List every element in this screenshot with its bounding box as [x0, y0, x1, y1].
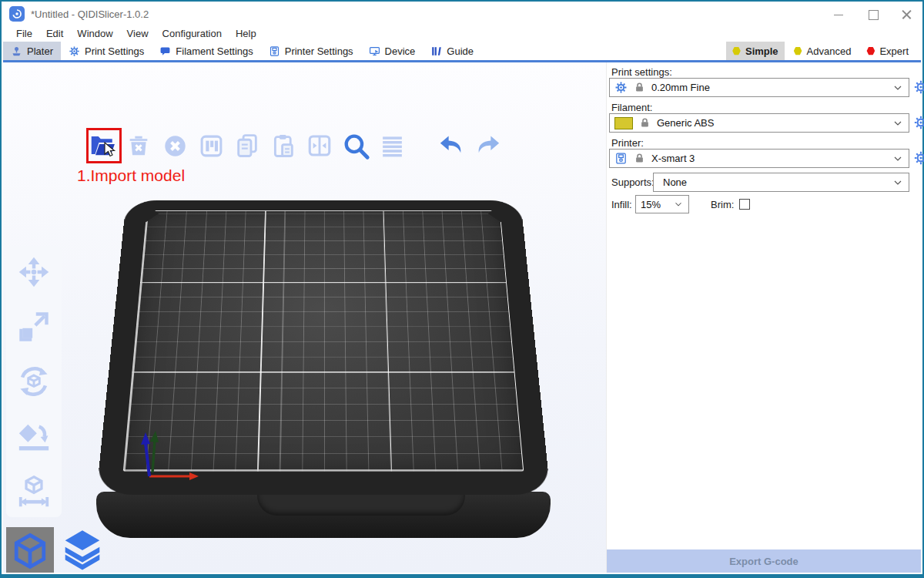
- chevron-down-icon: [892, 176, 904, 189]
- tab-printer-settings-label: Printer Settings: [285, 45, 353, 57]
- advanced-mode-dot-icon: [794, 47, 802, 55]
- place-on-face-tool-button[interactable]: [15, 418, 52, 455]
- print-settings-gear-button[interactable]: [913, 79, 924, 95]
- title-bar: *Untitled - QIDISlicer-1.0.2: [3, 3, 921, 25]
- print-bed-platform: [96, 200, 551, 495]
- gear-icon: [913, 150, 924, 166]
- simple-mode-dot-icon: [732, 47, 741, 55]
- tab-plater-label: Plater: [27, 45, 53, 57]
- delete-all-icon: [162, 133, 188, 159]
- chevron-down-icon: [892, 117, 904, 129]
- scale-icon: [17, 310, 51, 344]
- mode-expert-label: Expert: [879, 45, 909, 57]
- redo-button[interactable]: [473, 130, 502, 161]
- maximize-button[interactable]: [862, 8, 885, 22]
- mode-simple-label: Simple: [745, 45, 778, 57]
- tab-print-settings-label: Print Settings: [85, 45, 144, 57]
- app-window: *Untitled - QIDISlicer-1.0.2 File Edit W…: [0, 0, 924, 578]
- undo-icon: [437, 132, 466, 160]
- editor-3d-view-button[interactable]: [6, 527, 54, 573]
- brim-checkbox[interactable]: [739, 199, 750, 210]
- app-logo-icon: [9, 6, 25, 22]
- print-bed-scene: [94, 194, 553, 556]
- layers-list-icon: [380, 133, 405, 159]
- menu-view[interactable]: View: [120, 26, 156, 41]
- print-bed-grid-surface: [123, 210, 524, 471]
- printer-icon: [614, 152, 628, 165]
- menu-file[interactable]: File: [9, 26, 39, 41]
- filament-value: Generic ABS: [657, 117, 886, 129]
- layers-list-button[interactable]: [377, 130, 407, 161]
- menu-configuration[interactable]: Configuration: [156, 26, 229, 41]
- window-title: *Untitled - QIDISlicer-1.0.2: [31, 8, 149, 20]
- tab-print-settings[interactable]: Print Settings: [61, 42, 152, 60]
- search-button[interactable]: [341, 130, 370, 161]
- copy-button[interactable]: [233, 130, 262, 161]
- lock-icon: [634, 153, 645, 164]
- minimize-button[interactable]: [827, 8, 850, 22]
- tab-plater[interactable]: Plater: [3, 42, 61, 60]
- printer-gear-button[interactable]: [913, 150, 924, 166]
- print-settings-dropdown[interactable]: 0.20mm Fine: [609, 78, 909, 97]
- chevron-down-icon: [673, 199, 684, 210]
- arrange-icon: [199, 133, 224, 159]
- supports-dropdown[interactable]: None: [653, 173, 909, 192]
- menu-help[interactable]: Help: [229, 26, 263, 41]
- printer-dropdown[interactable]: X-smart 3: [609, 149, 909, 168]
- mode-simple[interactable]: Simple: [726, 42, 785, 60]
- infill-label: Infill:: [611, 199, 632, 210]
- redo-icon: [474, 132, 502, 160]
- rotate-icon: [16, 364, 52, 399]
- move-tool-button[interactable]: [15, 254, 52, 291]
- menu-window[interactable]: Window: [70, 26, 119, 41]
- tab-printer-settings[interactable]: Printer Settings: [261, 42, 361, 60]
- print-settings-value: 0.20mm Fine: [651, 82, 886, 93]
- chevron-down-icon: [892, 82, 904, 94]
- object-tools-panel: [6, 246, 62, 517]
- settings-panel: Print settings: 0.20mm Fine Filament: Ge…: [606, 62, 921, 573]
- export-gcode-button[interactable]: Export G-code: [607, 549, 921, 573]
- close-button[interactable]: [895, 8, 918, 22]
- menu-edit[interactable]: Edit: [39, 26, 70, 41]
- mode-switcher: Simple Advanced Expert: [726, 42, 915, 60]
- rotate-tool-button[interactable]: [15, 363, 52, 400]
- delete-button[interactable]: [124, 130, 153, 161]
- arrange-button[interactable]: [196, 130, 226, 161]
- mode-advanced-label: Advanced: [807, 45, 852, 57]
- gear-icon: [913, 79, 924, 95]
- lock-icon: [639, 117, 651, 129]
- paste-button[interactable]: [269, 130, 298, 161]
- tab-device[interactable]: Device: [361, 42, 424, 60]
- paste-icon: [270, 133, 296, 159]
- search-icon: [342, 132, 370, 160]
- infill-dropdown[interactable]: 15%: [635, 195, 689, 213]
- tab-guide-label: Guide: [447, 45, 474, 57]
- filament-color-swatch: [614, 117, 633, 129]
- print-settings-label: Print settings:: [611, 66, 672, 78]
- tab-guide[interactable]: Guide: [423, 42, 481, 60]
- editor-3d-icon: [10, 531, 50, 571]
- filament-dropdown[interactable]: Generic ABS: [609, 113, 909, 133]
- split-icon: [306, 133, 333, 159]
- measure-tool-button[interactable]: [15, 472, 52, 509]
- delete-all-button[interactable]: [160, 130, 189, 161]
- maximize-icon: [869, 10, 879, 20]
- infill-value: 15%: [641, 199, 667, 210]
- split-view-button[interactable]: [305, 130, 334, 161]
- tab-filament-settings-label: Filament Settings: [176, 45, 253, 57]
- minimize-icon: [834, 15, 843, 15]
- supports-label: Supports:: [611, 176, 654, 188]
- tab-device-label: Device: [385, 45, 416, 57]
- brim-label: Brim:: [711, 199, 734, 210]
- scale-tool-button[interactable]: [15, 308, 52, 345]
- mouse-cursor-icon: [104, 142, 118, 157]
- supports-value: None: [658, 176, 886, 188]
- tab-filament-settings[interactable]: Filament Settings: [152, 42, 260, 60]
- move-icon: [17, 255, 51, 289]
- filament-gear-button[interactable]: [913, 115, 924, 130]
- preview-layers-view-button[interactable]: [59, 527, 106, 573]
- annotation-step-label: 1.Import model: [77, 166, 185, 185]
- mode-advanced[interactable]: Advanced: [788, 42, 858, 60]
- undo-button[interactable]: [437, 130, 466, 161]
- mode-expert[interactable]: Expert: [860, 42, 915, 60]
